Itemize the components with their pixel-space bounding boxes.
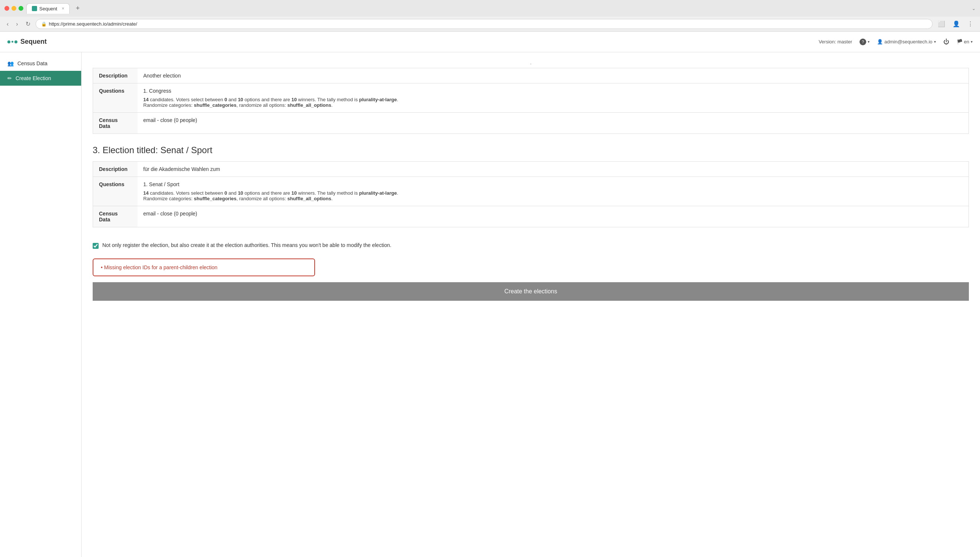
version-label: Version: master xyxy=(819,39,852,44)
refresh-button[interactable]: ↻ xyxy=(23,20,33,28)
new-tab-button[interactable]: + xyxy=(73,3,83,14)
back-button[interactable]: ‹ xyxy=(5,20,11,28)
user-chevron-icon: ▾ xyxy=(934,40,936,44)
minimize-window-button[interactable] xyxy=(11,6,16,11)
power-icon[interactable]: ⏻ xyxy=(943,39,949,45)
census-data-value-3: email - close (0 people) xyxy=(138,206,969,227)
table-row: CensusData email - close (0 people) xyxy=(93,113,969,134)
scroll-hint: - xyxy=(93,60,969,68)
census-data-icon: 👥 xyxy=(7,60,14,67)
user-profile-icon[interactable]: 👤 xyxy=(950,20,962,28)
question-detail-3: 14 candidates. Voters select between 0 a… xyxy=(143,190,963,201)
description-value-3: für die Akademische Wahlen zum xyxy=(138,162,969,177)
min-options-1: 0 xyxy=(224,97,227,103)
description-value: Another election xyxy=(138,68,969,83)
help-icon: ? xyxy=(860,39,866,45)
census-data-value: email - close (0 people) xyxy=(138,113,969,134)
logo-dot-3 xyxy=(15,41,18,43)
winners-3: 10 xyxy=(291,190,296,196)
election-table-2: Description Another election Questions 1… xyxy=(93,68,969,134)
browser-menu-icon[interactable]: ⋮ xyxy=(965,20,975,28)
chevron-down-icon: ⌄ xyxy=(972,6,975,11)
app-header: Sequent Version: master ? ▾ 👤 admin@sequ… xyxy=(0,31,980,52)
question-name-3: 1. Senat / Sport xyxy=(143,181,963,187)
logo-dot-2 xyxy=(11,41,13,42)
create-at-authorities-checkbox[interactable] xyxy=(93,243,99,249)
main-content: - Description Another election Questions… xyxy=(81,52,980,557)
address-url: https://prime.sequentech.io/admin/create… xyxy=(49,21,927,27)
checkbox-section: Not only register the election, but also… xyxy=(93,238,969,252)
lock-icon: 🔒 xyxy=(41,21,47,27)
tally-method-3: plurality-at-large xyxy=(359,190,397,196)
browser-tab[interactable]: Sequent × xyxy=(26,3,70,14)
user-icon: 👤 xyxy=(877,39,883,44)
app-body: 👥 Census Data ✏ Create Election - Descri… xyxy=(0,52,980,557)
candidates-count-3: 14 xyxy=(143,190,149,196)
close-window-button[interactable] xyxy=(5,6,9,11)
help-menu[interactable]: ? ▾ xyxy=(860,39,869,45)
user-label: admin@sequentech.io xyxy=(884,39,933,44)
user-menu[interactable]: 👤 admin@sequentech.io ▾ xyxy=(877,39,936,44)
randomize-all-options-3: shuffle_all_options xyxy=(287,196,331,201)
browser-actions: ⬜ 👤 ⋮ xyxy=(936,20,975,28)
census-data-label: CensusData xyxy=(93,113,138,134)
forward-button[interactable]: › xyxy=(14,20,20,28)
sidebar: 👥 Census Data ✏ Create Election xyxy=(0,52,81,557)
tally-method-1: plurality-at-large xyxy=(359,97,397,103)
election-section-3: 3. Election titled: Senat / Sport Descri… xyxy=(93,145,969,227)
tab-favicon xyxy=(32,6,37,11)
sidebar-item-label-census-data: Census Data xyxy=(18,60,47,67)
language-chevron-icon: ▾ xyxy=(971,40,973,44)
create-election-icon: ✏ xyxy=(7,75,12,81)
window-controls-icon[interactable]: ⬜ xyxy=(936,20,947,28)
question-detail-1: 14 candidates. Voters select between 0 a… xyxy=(143,97,963,108)
error-box: Missing election IDs for a parent-childr… xyxy=(93,259,315,276)
randomize-categories-1: shuffle_categories xyxy=(194,103,236,108)
sidebar-item-census-data[interactable]: 👥 Census Data xyxy=(0,56,81,71)
election-title-3: 3. Election titled: Senat / Sport xyxy=(93,145,969,155)
election-number-3: 3. Election titled: xyxy=(93,145,161,155)
questions-value: 1. Congress 14 candidates. Voters select… xyxy=(138,83,969,113)
table-row: Questions 1. Congress 14 candidates. Vot… xyxy=(93,83,969,113)
winners-1: 10 xyxy=(291,97,296,103)
election-table-3: Description für die Akademische Wahlen z… xyxy=(93,161,969,227)
flag-icon: 🏴 xyxy=(957,39,962,44)
address-bar[interactable]: 🔒 https://prime.sequentech.io/admin/crea… xyxy=(36,19,933,29)
election-title-name-3: Senat / Sport xyxy=(161,145,212,155)
max-options-3: 10 xyxy=(238,190,243,196)
description-label: Description xyxy=(93,68,138,83)
help-chevron-icon: ▾ xyxy=(868,40,869,44)
table-row: Description Another election xyxy=(93,68,969,83)
randomize-all-options-1: shuffle_all_options xyxy=(287,103,331,108)
create-elections-button[interactable]: Create the elections xyxy=(93,282,969,301)
error-item-1: Missing election IDs for a parent-childr… xyxy=(101,264,307,270)
logo-icon xyxy=(7,41,18,43)
browser-address-bar-row: ‹ › ↻ 🔒 https://prime.sequentech.io/admi… xyxy=(0,17,980,31)
logo-dot-1 xyxy=(7,41,10,43)
language-menu[interactable]: 🏴 en ▾ xyxy=(957,39,973,44)
table-row: CensusData email - close (0 people) xyxy=(93,206,969,227)
election-section-2: Description Another election Questions 1… xyxy=(93,68,969,134)
census-data-label-3: CensusData xyxy=(93,206,138,227)
tab-close-button[interactable]: × xyxy=(62,6,64,11)
logo-text: Sequent xyxy=(20,38,47,46)
candidates-count-1: 14 xyxy=(143,97,149,103)
table-row: Questions 1. Senat / Sport 14 candidates… xyxy=(93,177,969,206)
min-options-3: 0 xyxy=(224,190,227,196)
questions-value-3: 1. Senat / Sport 14 candidates. Voters s… xyxy=(138,177,969,206)
sidebar-item-create-election[interactable]: ✏ Create Election xyxy=(0,71,81,86)
browser-chrome: Sequent × + ⌄ ‹ › ↻ 🔒 https://prime.sequ… xyxy=(0,0,980,31)
questions-label-3: Questions xyxy=(93,177,138,206)
table-row: Description für die Akademische Wahlen z… xyxy=(93,162,969,177)
tab-label: Sequent xyxy=(39,6,57,11)
randomize-categories-3: shuffle_categories xyxy=(194,196,236,201)
questions-label: Questions xyxy=(93,83,138,113)
maximize-window-button[interactable] xyxy=(18,6,23,11)
app-logo: Sequent xyxy=(7,38,47,46)
question-name-1: 1. Congress xyxy=(143,88,963,94)
traffic-lights xyxy=(5,6,23,11)
description-label-3: Description xyxy=(93,162,138,177)
checkbox-label: Not only register the election, but also… xyxy=(102,242,392,248)
header-right: Version: master ? ▾ 👤 admin@sequentech.i… xyxy=(819,39,973,45)
language-label: en xyxy=(964,39,969,44)
